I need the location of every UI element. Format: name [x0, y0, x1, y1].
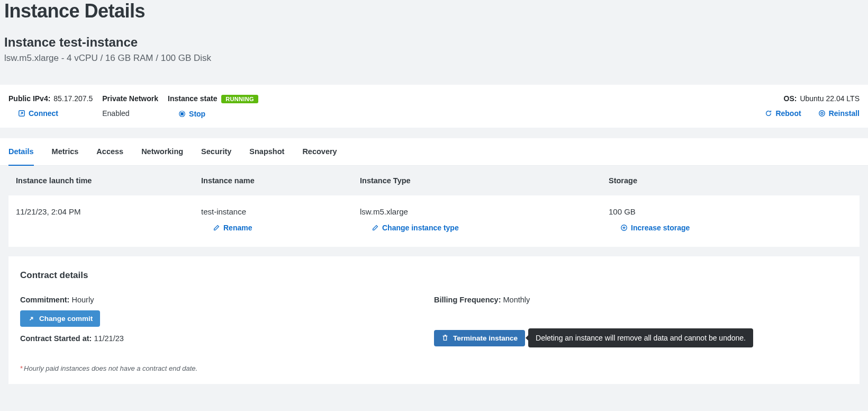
change-commit-label: Change commit — [39, 315, 93, 323]
table-row: 11/21/23, 2:04 PM test-instance Rename l… — [8, 195, 860, 247]
connect-button[interactable]: Connect — [8, 109, 93, 118]
public-ipv4-label: Public IPv4: — [8, 94, 50, 103]
tab-details[interactable]: Details — [8, 138, 34, 166]
rename-label: Rename — [223, 224, 252, 232]
details-table: Instance launch time Instance name Insta… — [0, 166, 868, 247]
stop-button[interactable]: Stop — [168, 110, 258, 118]
col-instance-type: Instance Type — [360, 176, 609, 185]
terminate-instance-button[interactable]: Terminate instance — [434, 330, 525, 346]
billing-frequency-label: Billing Frequency: — [434, 296, 501, 304]
reinstall-button[interactable]: Reinstall — [818, 109, 860, 118]
tab-access[interactable]: Access — [96, 138, 123, 166]
reboot-icon — [765, 110, 772, 117]
os-value: Ubuntu 22.04 LTS — [800, 94, 860, 103]
change-commit-button[interactable]: Change commit — [20, 310, 100, 327]
commitment-value: Hourly — [71, 296, 94, 304]
contract-started-label: Contract Started at: — [20, 334, 92, 343]
edit-icon — [213, 224, 220, 231]
rename-button[interactable]: Rename — [201, 224, 360, 232]
storage-value: 100 GB — [609, 207, 851, 216]
plus-circle-icon — [620, 224, 628, 231]
connect-label: Connect — [29, 109, 58, 118]
private-network-value: Enabled — [102, 109, 158, 118]
contract-card: Contract details Commitment: Hourly Chan… — [8, 256, 860, 384]
private-network-label: Private Network — [102, 94, 158, 103]
svg-point-4 — [821, 112, 823, 114]
arrow-up-right-icon — [18, 110, 25, 117]
contract-title: Contract details — [20, 270, 848, 281]
tab-recovery[interactable]: Recovery — [302, 138, 337, 166]
instance-name-heading: Instance test-instance — [4, 35, 864, 50]
status-bar: Public IPv4: 85.17.207.5 Connect Private… — [0, 85, 868, 128]
arrow-up-right-icon — [28, 315, 35, 323]
col-launch-time: Instance launch time — [16, 176, 201, 185]
reinstall-label: Reinstall — [829, 109, 860, 118]
contract-started-value: 11/21/23 — [94, 334, 123, 343]
instance-name-value: test-instance — [201, 207, 360, 216]
commitment-label: Commitment: — [20, 296, 69, 304]
page-title: Instance Details — [4, 0, 864, 22]
instance-spec: lsw.m5.xlarge - 4 vCPU / 16 GB RAM / 100… — [4, 53, 864, 64]
change-instance-type-button[interactable]: Change instance type — [360, 224, 609, 232]
os-label: OS: — [784, 94, 797, 103]
change-instance-type-label: Change instance type — [382, 224, 459, 232]
col-storage: Storage — [609, 176, 860, 185]
tab-metrics[interactable]: Metrics — [52, 138, 79, 166]
tab-snapshot[interactable]: Snapshot — [249, 138, 284, 166]
stop-label: Stop — [189, 110, 205, 118]
svg-point-3 — [819, 111, 825, 117]
tab-networking[interactable]: Networking — [141, 138, 183, 166]
tabs-bar: Details Metrics Access Networking Securi… — [0, 138, 868, 166]
public-ipv4-value: 85.17.207.5 — [53, 94, 93, 103]
col-instance-name: Instance name — [201, 176, 360, 185]
billing-frequency-value: Monthly — [503, 296, 530, 304]
increase-storage-label: Increase storage — [631, 224, 690, 232]
reboot-label: Reboot — [775, 109, 801, 118]
tab-security[interactable]: Security — [201, 138, 231, 166]
edit-icon — [372, 224, 379, 231]
instance-state-label: Instance state — [168, 94, 217, 103]
reboot-button[interactable]: Reboot — [765, 109, 801, 118]
launch-time-value: 11/21/23, 2:04 PM — [16, 207, 201, 216]
svg-rect-2 — [181, 113, 183, 115]
reinstall-icon — [818, 110, 826, 117]
terminate-tooltip: Deleting an instance will remove all dat… — [528, 328, 753, 347]
trash-icon — [441, 334, 449, 342]
terminate-instance-label: Terminate instance — [453, 334, 518, 342]
status-badge-running: RUNNING — [221, 95, 258, 103]
stop-icon — [178, 110, 186, 118]
contract-footnote: *Hourly paid instances does not have a c… — [20, 364, 848, 372]
increase-storage-button[interactable]: Increase storage — [609, 224, 851, 232]
instance-type-value: lsw.m5.xlarge — [360, 207, 609, 216]
